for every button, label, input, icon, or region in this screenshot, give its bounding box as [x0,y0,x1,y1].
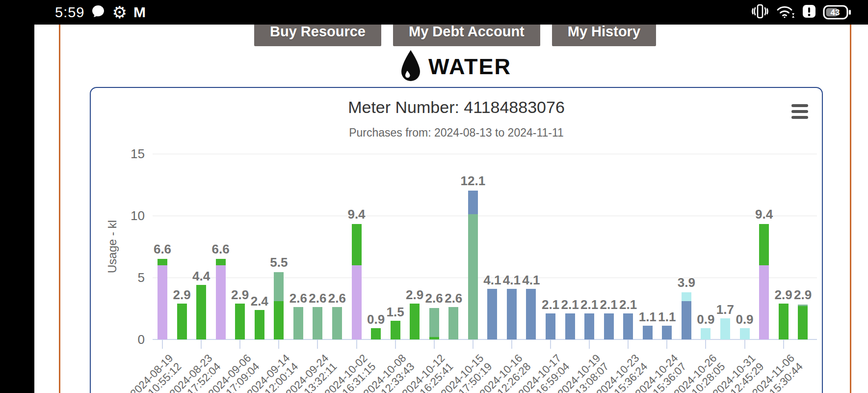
bar-value-label: 6.6 [142,242,183,257]
bar-value-label: 4.1 [510,273,552,288]
x-axis-tick [356,340,357,349]
bar-segment[interactable] [293,307,303,339]
bar-segment[interactable] [429,307,439,337]
x-axis-tick [239,340,240,349]
battery-icon: 43 [823,4,851,20]
x-axis-tick [783,340,784,349]
messages-bubble-icon [91,4,105,21]
vibrate-icon [751,3,769,21]
alert-icon [802,4,816,21]
x-axis-tick [550,340,551,349]
bar-segment[interactable] [177,304,187,339]
bar-segment[interactable] [507,289,517,339]
y-axis-tick-label: 5 [110,270,145,285]
bar-segment[interactable] [468,190,478,214]
bar-segment[interactable] [429,337,439,339]
bar-segment[interactable] [584,313,594,339]
bar-segment[interactable] [779,304,789,339]
bar-value-label: 5.5 [258,255,299,270]
plot-area: 0510156.62.94.46.62.92.45.52.62.62.69.40… [91,88,822,393]
x-axis-tick [705,340,706,349]
x-axis-line [153,339,817,340]
bar-segment[interactable] [274,301,284,339]
x-axis-tick [744,340,745,349]
bar-value-label: 9.4 [743,207,785,222]
y-gridline [153,154,817,154]
bar-segment[interactable] [643,326,653,339]
bar-segment[interactable] [235,304,245,339]
bar-segment[interactable] [565,313,575,339]
x-axis-tick [278,340,279,349]
y-gridline [153,216,817,216]
gear-icon: ⚙ [112,5,127,20]
x-axis-tick [162,340,163,349]
phone-screen: 5:59 ⚙ M [0,0,868,393]
bar-segment[interactable] [662,326,672,339]
bar-value-label: 2.9 [782,287,823,303]
bar-segment[interactable] [352,223,362,265]
page-title: WATER [428,54,511,80]
bar-segment[interactable] [448,307,458,339]
x-axis-tick [589,340,590,349]
bar-value-label: 3.9 [666,275,707,290]
y-axis-tick-label: 15 [110,146,145,162]
bar-segment[interactable] [546,313,555,339]
chart-card: Meter Number: 41184883076 Purchases from… [90,87,823,393]
x-axis-tick [434,340,435,349]
bar-segment[interactable] [487,289,497,339]
water-drop-icon [399,49,422,84]
bar-segment[interactable] [158,258,167,265]
bar-segment[interactable] [332,307,342,339]
x-axis-tick [666,340,667,349]
bar-segment[interactable] [604,313,614,339]
bar-segment[interactable] [255,310,264,339]
y-axis-tick-label: 10 [110,208,145,224]
x-axis-tick [628,340,629,349]
bar-segment[interactable] [759,223,769,265]
page-frame: Buy Resource My Debt Account My History … [59,25,851,393]
x-axis-tick [473,340,473,349]
wifi-icon [776,3,795,21]
bar-segment[interactable] [701,328,710,339]
bar-segment[interactable] [216,258,226,265]
y-axis-tick-label: 0 [110,332,145,347]
bar-segment[interactable] [371,328,381,339]
bar-value-label: 9.4 [336,207,377,222]
bar-segment[interactable] [526,289,536,339]
bar-segment[interactable] [798,304,808,306]
bar-segment[interactable] [798,306,808,339]
bar-segment[interactable] [740,328,750,339]
page-heading-row: WATER [60,49,850,84]
x-axis-tick [201,340,202,349]
x-axis-tick [511,340,512,349]
bar-value-label: 12.1 [452,173,494,189]
bar-segment[interactable] [391,321,400,339]
battery-percent: 43 [826,8,844,18]
bar-segment[interactable] [313,307,322,339]
clock: 5:59 [55,4,84,21]
x-axis-tick [395,340,396,349]
bar-value-label: 6.6 [200,242,241,257]
bar-segment[interactable] [196,285,206,339]
status-bar: 5:59 ⚙ M [0,0,868,25]
bar-segment[interactable] [410,304,420,339]
gmail-m-icon: M [133,4,146,21]
x-axis-tick [317,340,318,349]
bar-segment[interactable] [352,265,362,339]
app-window: Buy Resource My Debt Account My History … [34,25,868,393]
bar-segment[interactable] [682,291,691,301]
